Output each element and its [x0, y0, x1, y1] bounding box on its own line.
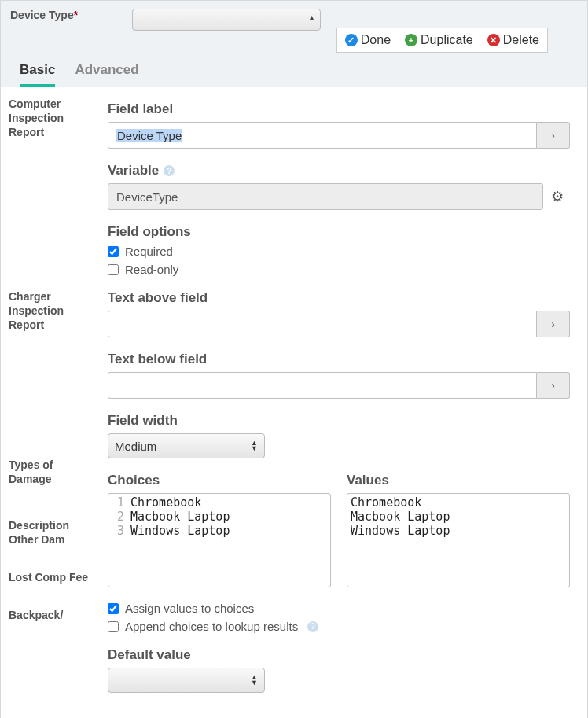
- field-label-heading: Field label: [108, 101, 570, 117]
- choices-editor[interactable]: 1 2 3 Chromebook Macbook Laptop Windows …: [108, 493, 331, 587]
- sidebar-item[interactable]: Lost Comp Fee: [9, 570, 90, 584]
- help-icon[interactable]: ?: [164, 165, 175, 176]
- append-choices-checkbox[interactable]: [108, 621, 119, 632]
- x-icon: ✕: [487, 34, 500, 46]
- delete-button[interactable]: ✕ Delete: [487, 33, 539, 47]
- text-below-input[interactable]: [108, 372, 537, 399]
- duplicate-button[interactable]: + Duplicate: [405, 33, 473, 47]
- values-heading: Values: [347, 473, 570, 488]
- chevron-right-icon: ›: [551, 129, 555, 142]
- field-width-heading: Field width: [108, 413, 570, 429]
- sidebar-item[interactable]: Charger Inspection Report: [9, 289, 90, 333]
- required-checkbox[interactable]: [108, 246, 119, 257]
- readonly-checkbox-row[interactable]: Read-only: [108, 263, 570, 276]
- chevron-right-icon: ›: [551, 318, 555, 330]
- default-value-heading: Default value: [108, 647, 570, 663]
- tab-bar: Basic Advanced: [10, 54, 578, 87]
- sidebar-item[interactable]: Types of Damage: [9, 458, 90, 486]
- field-preview-select[interactable]: [132, 9, 321, 31]
- select-arrows-icon: ▲▼: [251, 675, 258, 686]
- expand-text-above-button[interactable]: ›: [537, 311, 570, 337]
- append-choices-checkbox-row[interactable]: Append choices to lookup results ?: [108, 620, 570, 633]
- tab-basic[interactable]: Basic: [20, 62, 55, 87]
- select-arrows-icon: ▲▼: [251, 440, 258, 451]
- assign-values-checkbox[interactable]: [108, 603, 119, 614]
- readonly-checkbox[interactable]: [108, 264, 119, 275]
- done-button[interactable]: ✓ Done: [345, 33, 391, 47]
- text-below-heading: Text below field: [108, 352, 570, 367]
- gear-icon[interactable]: ⚙: [551, 188, 570, 205]
- field-width-select[interactable]: Medium ▲▼: [108, 433, 265, 458]
- sidebar-item[interactable]: Description Other Dam: [9, 518, 90, 547]
- values-editor[interactable]: Chromebook Macbook Laptop Windows Laptop: [347, 493, 570, 587]
- field-preview-label: Device Type*: [10, 9, 120, 21]
- variable-input[interactable]: [108, 183, 543, 210]
- required-asterisk: *: [74, 9, 78, 21]
- help-icon[interactable]: ?: [307, 621, 318, 632]
- actions-toolbar: ✓ Done + Duplicate ✕ Delete: [336, 28, 548, 53]
- expand-field-label-button[interactable]: ›: [537, 122, 570, 149]
- required-checkbox-row[interactable]: Required: [108, 245, 570, 258]
- sidebar-item[interactable]: Backpack/: [9, 608, 90, 622]
- field-list-sidebar: Computer Inspection Report Charger Inspe…: [0, 87, 90, 718]
- field-label-input[interactable]: Device Type: [108, 122, 537, 149]
- chevron-right-icon: ›: [551, 379, 555, 392]
- choices-heading: Choices: [108, 473, 331, 488]
- tab-advanced[interactable]: Advanced: [75, 62, 138, 87]
- values-content[interactable]: Chromebook Macbook Laptop Windows Laptop: [347, 494, 453, 587]
- choices-content[interactable]: Chromebook Macbook Laptop Windows Laptop: [127, 494, 233, 587]
- settings-panel: Field label Device Type › Variable ? ⚙ F…: [90, 87, 588, 718]
- sidebar-item[interactable]: Computer Inspection Report: [9, 97, 90, 140]
- default-value-select[interactable]: ▲▼: [108, 668, 265, 693]
- line-numbers: 1 2 3: [108, 494, 127, 587]
- text-above-heading: Text above field: [108, 290, 570, 306]
- text-above-input[interactable]: [108, 311, 537, 337]
- assign-values-checkbox-row[interactable]: Assign values to choices: [108, 602, 570, 615]
- plus-icon: +: [405, 34, 417, 46]
- editor-header: Device Type* ✓ Done + Duplicate ✕ Delete…: [0, 0, 588, 87]
- field-options-heading: Field options: [108, 224, 570, 240]
- variable-heading: Variable ?: [108, 163, 570, 179]
- check-icon: ✓: [345, 34, 358, 46]
- expand-text-below-button[interactable]: ›: [537, 372, 570, 399]
